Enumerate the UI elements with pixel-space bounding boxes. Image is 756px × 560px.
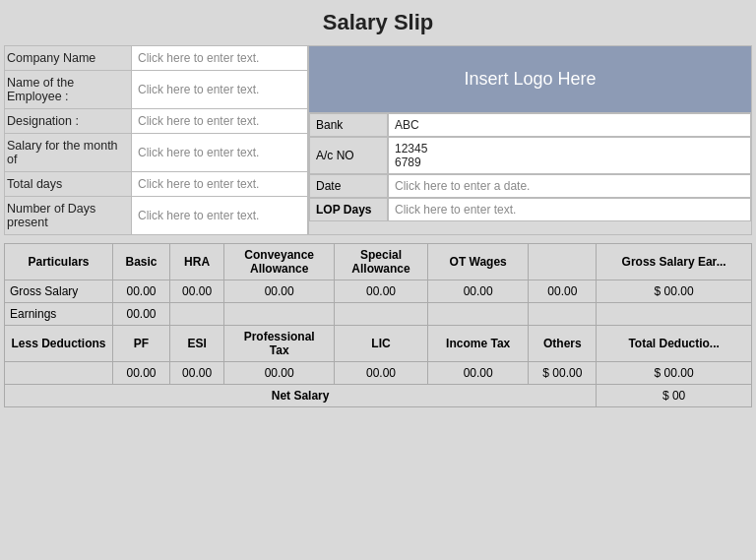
- net-salary-row: Net Salary $ 00: [5, 385, 752, 407]
- bank-value: ABC: [388, 113, 751, 137]
- deductions-pt: 00.00: [224, 362, 335, 385]
- gross-special: 00.00: [335, 280, 428, 303]
- gross-salary-label: Gross Salary: [5, 280, 113, 303]
- employee-name-row: Name of the Employee : Click here to ent…: [5, 71, 308, 109]
- deductions-esi-header: ESI: [169, 326, 223, 362]
- earnings-hra: [169, 303, 223, 326]
- deductions-lic: 00.00: [335, 362, 428, 385]
- gross-ot: 00.00: [427, 280, 529, 303]
- designation-row: Designation : Click here to enter text.: [5, 109, 308, 134]
- bank-label: Bank: [309, 113, 388, 137]
- deductions-esi: 00.00: [169, 362, 223, 385]
- earnings-label: Earnings: [5, 303, 113, 326]
- company-name-input[interactable]: Click here to enter text.: [131, 46, 308, 70]
- deductions-it-header: Income Tax: [427, 326, 529, 362]
- deductions-header-row: Less Deductions PF ESI ProfessionalTax L…: [5, 326, 752, 362]
- date-label: Date: [309, 174, 388, 198]
- gross-hra: 00.00: [169, 280, 223, 303]
- total-days-label: Total days: [5, 172, 131, 196]
- left-fields: Company Name Click here to enter text. N…: [4, 45, 309, 235]
- lop-input[interactable]: Click here to enter text.: [388, 198, 751, 221]
- gross-earned: $ 00.00: [597, 280, 752, 303]
- gross-blank: 00.00: [529, 280, 597, 303]
- present-days-label: Number of Days present: [5, 197, 131, 234]
- date-input[interactable]: Click here to enter a date.: [388, 174, 751, 198]
- page: Salary Slip Company Name Click here to e…: [0, 0, 756, 417]
- col-conveyance: ConveyanceAllowance: [224, 244, 335, 280]
- col-blank: [529, 244, 597, 280]
- gross-basic: 00.00: [113, 280, 170, 303]
- earnings-gross: [597, 303, 752, 326]
- earnings-basic: 00.00: [113, 303, 170, 326]
- designation-label: Designation :: [5, 109, 131, 133]
- earnings-row: Earnings 00.00: [5, 303, 752, 326]
- earnings-ot: [427, 303, 529, 326]
- right-panel: Insert Logo Here Bank ABC A/c NO 1234567…: [309, 45, 752, 235]
- employee-name-input[interactable]: Click here to enter text.: [131, 71, 308, 108]
- col-ot-wages: OT Wages: [427, 244, 529, 280]
- logo-text: Insert Logo Here: [464, 69, 596, 90]
- col-special: SpecialAllowance: [335, 244, 428, 280]
- earnings-special: [335, 303, 428, 326]
- deductions-it: 00.00: [427, 362, 529, 385]
- acno-value: 123456789: [388, 137, 751, 174]
- earnings-blank: [529, 303, 597, 326]
- col-hra: HRA: [169, 244, 223, 280]
- deductions-lic-header: LIC: [335, 326, 428, 362]
- present-days-row: Number of Days present Click here to ent…: [5, 197, 308, 234]
- deductions-others-header: Others: [529, 326, 597, 362]
- designation-input[interactable]: Click here to enter text.: [131, 109, 308, 133]
- lop-label: LOP Days: [309, 198, 388, 221]
- gross-conveyance: 00.00: [224, 280, 335, 303]
- present-days-input[interactable]: Click here to enter text.: [131, 197, 308, 234]
- col-particulars: Particulars: [5, 244, 113, 280]
- total-days-row: Total days Click here to enter text.: [5, 172, 308, 197]
- col-basic: Basic: [113, 244, 170, 280]
- deductions-others: $ 00.00: [529, 362, 597, 385]
- deductions-total-header: Total Deductio...: [597, 326, 752, 362]
- deductions-pf-header: PF: [113, 326, 170, 362]
- salary-month-label: Salary for the month of: [5, 134, 131, 171]
- earnings-conveyance: [224, 303, 335, 326]
- deductions-label-blank: [5, 362, 113, 385]
- net-salary-label: Net Salary: [5, 385, 597, 407]
- salary-month-input[interactable]: Click here to enter text.: [131, 134, 308, 171]
- gross-salary-row: Gross Salary 00.00 00.00 00.00 00.00 00.…: [5, 280, 752, 303]
- net-salary-value: $ 00: [597, 385, 752, 407]
- deductions-pt-header: ProfessionalTax: [224, 326, 335, 362]
- total-days-input[interactable]: Click here to enter text.: [131, 172, 308, 196]
- page-title: Salary Slip: [4, 10, 752, 35]
- company-name-label: Company Name: [5, 46, 131, 70]
- employee-name-label: Name of the Employee :: [5, 71, 131, 108]
- deductions-pf: 00.00: [113, 362, 170, 385]
- right-info-grid: Bank ABC A/c NO 123456789 Date Click her…: [309, 113, 751, 221]
- acno-value1: 123456789: [395, 142, 427, 169]
- acno-label: A/c NO: [309, 137, 388, 174]
- salary-table: Particulars Basic HRA ConveyanceAllowanc…: [4, 243, 752, 407]
- deductions-values-row: 00.00 00.00 00.00 00.00 00.00 $ 00.00 $ …: [5, 362, 752, 385]
- deductions-header: Less Deductions: [5, 326, 113, 362]
- logo-area: Insert Logo Here: [309, 46, 751, 113]
- col-gross-earned: Gross Salary Ear...: [597, 244, 752, 280]
- header-section: Company Name Click here to enter text. N…: [4, 45, 752, 235]
- salary-month-row: Salary for the month of Click here to en…: [5, 134, 308, 172]
- company-name-row: Company Name Click here to enter text.: [5, 46, 308, 71]
- deductions-total: $ 00.00: [597, 362, 752, 385]
